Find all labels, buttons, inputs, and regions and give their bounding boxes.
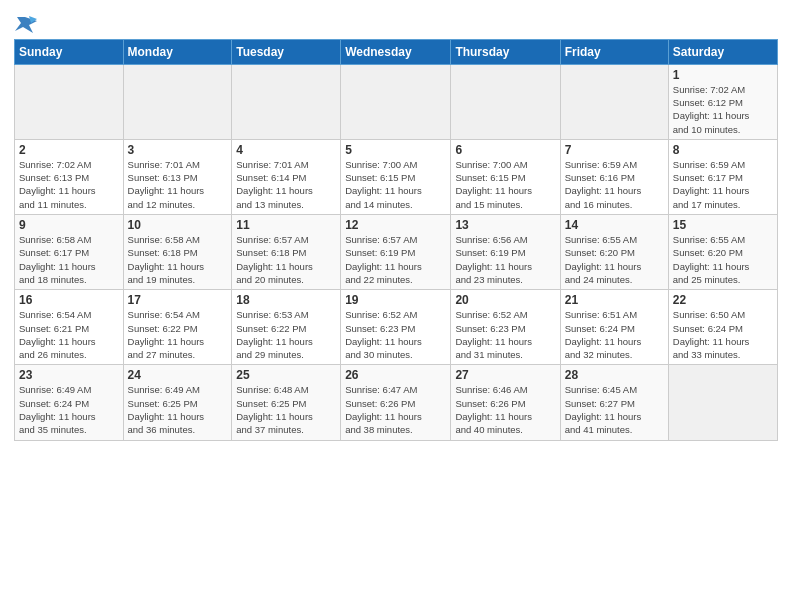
day-number: 27 xyxy=(455,368,555,382)
day-info: Sunrise: 6:59 AM Sunset: 6:16 PM Dayligh… xyxy=(565,158,664,211)
day-info: Sunrise: 6:53 AM Sunset: 6:22 PM Dayligh… xyxy=(236,308,336,361)
calendar-cell xyxy=(668,365,777,440)
calendar-cell: 7Sunrise: 6:59 AM Sunset: 6:16 PM Daylig… xyxy=(560,139,668,214)
day-number: 7 xyxy=(565,143,664,157)
header xyxy=(14,10,778,33)
day-number: 28 xyxy=(565,368,664,382)
day-info: Sunrise: 6:54 AM Sunset: 6:21 PM Dayligh… xyxy=(19,308,119,361)
weekday-header-saturday: Saturday xyxy=(668,39,777,64)
day-number: 5 xyxy=(345,143,446,157)
calendar-cell: 12Sunrise: 6:57 AM Sunset: 6:19 PM Dayli… xyxy=(341,215,451,290)
calendar-cell: 14Sunrise: 6:55 AM Sunset: 6:20 PM Dayli… xyxy=(560,215,668,290)
calendar-cell: 8Sunrise: 6:59 AM Sunset: 6:17 PM Daylig… xyxy=(668,139,777,214)
day-number: 8 xyxy=(673,143,773,157)
day-number: 18 xyxy=(236,293,336,307)
day-number: 4 xyxy=(236,143,336,157)
day-info: Sunrise: 7:00 AM Sunset: 6:15 PM Dayligh… xyxy=(345,158,446,211)
day-info: Sunrise: 6:54 AM Sunset: 6:22 PM Dayligh… xyxy=(128,308,228,361)
day-info: Sunrise: 6:55 AM Sunset: 6:20 PM Dayligh… xyxy=(565,233,664,286)
calendar-cell: 4Sunrise: 7:01 AM Sunset: 6:14 PM Daylig… xyxy=(232,139,341,214)
day-info: Sunrise: 6:56 AM Sunset: 6:19 PM Dayligh… xyxy=(455,233,555,286)
weekday-header-sunday: Sunday xyxy=(15,39,124,64)
day-info: Sunrise: 6:52 AM Sunset: 6:23 PM Dayligh… xyxy=(455,308,555,361)
logo xyxy=(14,14,37,33)
day-info: Sunrise: 6:45 AM Sunset: 6:27 PM Dayligh… xyxy=(565,383,664,436)
day-number: 2 xyxy=(19,143,119,157)
day-info: Sunrise: 6:57 AM Sunset: 6:19 PM Dayligh… xyxy=(345,233,446,286)
calendar-cell xyxy=(341,64,451,139)
day-number: 6 xyxy=(455,143,555,157)
day-info: Sunrise: 7:02 AM Sunset: 6:13 PM Dayligh… xyxy=(19,158,119,211)
day-number: 12 xyxy=(345,218,446,232)
calendar-cell xyxy=(232,64,341,139)
day-number: 24 xyxy=(128,368,228,382)
day-number: 21 xyxy=(565,293,664,307)
day-info: Sunrise: 6:46 AM Sunset: 6:26 PM Dayligh… xyxy=(455,383,555,436)
calendar-table: SundayMondayTuesdayWednesdayThursdayFrid… xyxy=(14,39,778,441)
calendar-cell: 20Sunrise: 6:52 AM Sunset: 6:23 PM Dayli… xyxy=(451,290,560,365)
day-info: Sunrise: 7:00 AM Sunset: 6:15 PM Dayligh… xyxy=(455,158,555,211)
day-number: 11 xyxy=(236,218,336,232)
day-info: Sunrise: 6:51 AM Sunset: 6:24 PM Dayligh… xyxy=(565,308,664,361)
day-info: Sunrise: 6:52 AM Sunset: 6:23 PM Dayligh… xyxy=(345,308,446,361)
day-number: 22 xyxy=(673,293,773,307)
day-number: 23 xyxy=(19,368,119,382)
day-info: Sunrise: 6:58 AM Sunset: 6:17 PM Dayligh… xyxy=(19,233,119,286)
day-info: Sunrise: 6:49 AM Sunset: 6:25 PM Dayligh… xyxy=(128,383,228,436)
calendar-cell: 18Sunrise: 6:53 AM Sunset: 6:22 PM Dayli… xyxy=(232,290,341,365)
day-info: Sunrise: 7:01 AM Sunset: 6:14 PM Dayligh… xyxy=(236,158,336,211)
day-number: 25 xyxy=(236,368,336,382)
calendar-cell: 23Sunrise: 6:49 AM Sunset: 6:24 PM Dayli… xyxy=(15,365,124,440)
calendar-cell: 1Sunrise: 7:02 AM Sunset: 6:12 PM Daylig… xyxy=(668,64,777,139)
day-number: 13 xyxy=(455,218,555,232)
calendar-cell xyxy=(123,64,232,139)
day-info: Sunrise: 6:50 AM Sunset: 6:24 PM Dayligh… xyxy=(673,308,773,361)
calendar-cell: 24Sunrise: 6:49 AM Sunset: 6:25 PM Dayli… xyxy=(123,365,232,440)
day-number: 19 xyxy=(345,293,446,307)
day-number: 1 xyxy=(673,68,773,82)
calendar-cell: 9Sunrise: 6:58 AM Sunset: 6:17 PM Daylig… xyxy=(15,215,124,290)
day-info: Sunrise: 6:49 AM Sunset: 6:24 PM Dayligh… xyxy=(19,383,119,436)
calendar-cell xyxy=(451,64,560,139)
weekday-header-thursday: Thursday xyxy=(451,39,560,64)
day-number: 26 xyxy=(345,368,446,382)
calendar-cell: 5Sunrise: 7:00 AM Sunset: 6:15 PM Daylig… xyxy=(341,139,451,214)
day-number: 14 xyxy=(565,218,664,232)
logo-bird-icon xyxy=(15,15,37,33)
day-info: Sunrise: 6:48 AM Sunset: 6:25 PM Dayligh… xyxy=(236,383,336,436)
calendar-cell: 28Sunrise: 6:45 AM Sunset: 6:27 PM Dayli… xyxy=(560,365,668,440)
calendar-cell: 11Sunrise: 6:57 AM Sunset: 6:18 PM Dayli… xyxy=(232,215,341,290)
day-number: 9 xyxy=(19,218,119,232)
day-info: Sunrise: 6:58 AM Sunset: 6:18 PM Dayligh… xyxy=(128,233,228,286)
calendar-cell: 15Sunrise: 6:55 AM Sunset: 6:20 PM Dayli… xyxy=(668,215,777,290)
day-info: Sunrise: 7:01 AM Sunset: 6:13 PM Dayligh… xyxy=(128,158,228,211)
weekday-header-wednesday: Wednesday xyxy=(341,39,451,64)
day-number: 10 xyxy=(128,218,228,232)
calendar-cell: 19Sunrise: 6:52 AM Sunset: 6:23 PM Dayli… xyxy=(341,290,451,365)
calendar-cell: 13Sunrise: 6:56 AM Sunset: 6:19 PM Dayli… xyxy=(451,215,560,290)
day-number: 17 xyxy=(128,293,228,307)
day-info: Sunrise: 6:55 AM Sunset: 6:20 PM Dayligh… xyxy=(673,233,773,286)
day-info: Sunrise: 6:57 AM Sunset: 6:18 PM Dayligh… xyxy=(236,233,336,286)
calendar-cell: 26Sunrise: 6:47 AM Sunset: 6:26 PM Dayli… xyxy=(341,365,451,440)
day-info: Sunrise: 6:47 AM Sunset: 6:26 PM Dayligh… xyxy=(345,383,446,436)
weekday-header-tuesday: Tuesday xyxy=(232,39,341,64)
calendar-cell xyxy=(560,64,668,139)
day-number: 20 xyxy=(455,293,555,307)
weekday-header-friday: Friday xyxy=(560,39,668,64)
day-number: 16 xyxy=(19,293,119,307)
calendar-cell: 27Sunrise: 6:46 AM Sunset: 6:26 PM Dayli… xyxy=(451,365,560,440)
calendar-page: SundayMondayTuesdayWednesdayThursdayFrid… xyxy=(0,0,792,612)
day-info: Sunrise: 7:02 AM Sunset: 6:12 PM Dayligh… xyxy=(673,83,773,136)
weekday-header-monday: Monday xyxy=(123,39,232,64)
calendar-cell: 6Sunrise: 7:00 AM Sunset: 6:15 PM Daylig… xyxy=(451,139,560,214)
calendar-cell: 21Sunrise: 6:51 AM Sunset: 6:24 PM Dayli… xyxy=(560,290,668,365)
day-info: Sunrise: 6:59 AM Sunset: 6:17 PM Dayligh… xyxy=(673,158,773,211)
calendar-cell: 16Sunrise: 6:54 AM Sunset: 6:21 PM Dayli… xyxy=(15,290,124,365)
day-number: 3 xyxy=(128,143,228,157)
calendar-cell: 10Sunrise: 6:58 AM Sunset: 6:18 PM Dayli… xyxy=(123,215,232,290)
calendar-cell: 22Sunrise: 6:50 AM Sunset: 6:24 PM Dayli… xyxy=(668,290,777,365)
calendar-cell: 3Sunrise: 7:01 AM Sunset: 6:13 PM Daylig… xyxy=(123,139,232,214)
calendar-cell xyxy=(15,64,124,139)
calendar-cell: 2Sunrise: 7:02 AM Sunset: 6:13 PM Daylig… xyxy=(15,139,124,214)
